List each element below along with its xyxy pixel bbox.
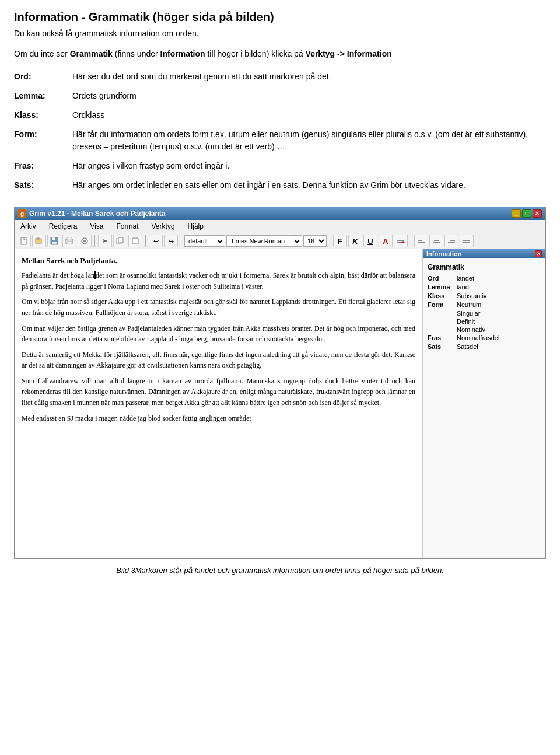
separator-3 [181,235,181,247]
preview-button[interactable] [78,235,92,247]
italic-button[interactable]: K [348,235,362,247]
label-fras: Fras: [14,158,72,177]
document-title: Mellan Sarek och Padjelanta. [22,255,415,267]
gram-row-ord: Ord landet [428,275,541,282]
info-panel-titlebar: Information ✕ [423,249,545,258]
svg-rect-24 [433,242,440,243]
bold-button[interactable]: F [333,235,347,247]
gram-row-lemma: Lemma land [428,284,541,291]
image-caption: Bild 3Markören står på landet och gramma… [14,566,546,575]
font-face-select[interactable]: Times New Roman [226,235,302,247]
align-right-button[interactable] [444,235,459,247]
row-form: Form: Här får du information om ordets f… [14,126,546,158]
cut-button[interactable]: ✂ [98,235,112,247]
doc-para-6: Med endasst en SJ macka i magen nådde ja… [22,413,415,424]
gram-label-lemma: Lemma [428,284,457,291]
gram-value-fras: Nominalfrasdel [457,334,541,341]
svg-rect-16 [397,240,404,241]
bold-grammatik: Grammatik [70,49,113,58]
close-button[interactable]: ✕ [533,209,542,218]
document-editor[interactable]: Mellan Sarek och Padjelanta. Padjelanta … [15,249,423,558]
separator-5 [411,235,411,247]
copy-button[interactable] [113,235,127,247]
window-title: Grim v1.21 - Mellan Sarek och Padjelanta [29,209,165,218]
gram-sub-singular: Singular [457,310,541,317]
gram-value-lemma: land [457,284,541,291]
value-fras: Här anges i vilken frastyp som ordet ing… [72,158,546,177]
value-ord: Här ser du det ord som du markerat genom… [72,68,546,88]
svg-rect-14 [132,239,138,244]
svg-rect-26 [450,240,455,241]
maximize-button[interactable]: □ [522,209,531,218]
row-fras: Fras: Här anges i vilken frastyp som ord… [14,158,546,177]
svg-rect-5 [52,242,57,244]
font-size-select[interactable]: 16 [303,235,327,247]
paste-button[interactable] [128,235,142,247]
menu-verktyg[interactable]: Verktyg [148,221,178,232]
info-table: Ord: Här ser du det ord som du markerat … [14,68,546,196]
gram-label-ord: Ord [428,275,457,282]
svg-rect-25 [448,239,455,239]
editor-area: Mellan Sarek och Padjelanta. Padjelanta … [15,249,545,558]
gram-value-sats: Satsdel [457,343,541,350]
separator-2 [145,235,146,247]
label-ord: Ord: [14,68,72,88]
menu-hjalp[interactable]: Hjälp [184,221,207,232]
svg-rect-8 [67,242,72,244]
svg-rect-15 [397,239,404,239]
svg-rect-7 [67,237,72,240]
redo-button[interactable]: ↪ [164,235,178,247]
undo-button[interactable]: ↩ [149,235,163,247]
gram-label-sats: Sats [428,343,457,350]
gram-sub-nominativ: Nominativ [457,326,541,333]
svg-rect-20 [418,240,422,241]
para2: Om du inte ser Grammatik (finns under In… [14,48,546,60]
font-color-button[interactable]: A [379,235,393,247]
minimize-button[interactable]: _ [512,209,521,218]
grammatik-title: Grammatik [428,263,541,271]
svg-rect-2 [37,238,39,239]
gram-label-klass: Klass [428,292,457,299]
gram-row-klass: Klass Substantiv [428,292,541,299]
menu-format[interactable]: Format [113,221,142,232]
svg-point-10 [83,240,86,242]
doc-para-3: Om man väljer den östliga grenen av Padj… [22,323,415,345]
save-button[interactable] [47,235,61,247]
application-window: g Grim v1.21 - Mellan Sarek och Padjelan… [14,207,546,559]
svg-rect-30 [463,242,470,243]
window-titlebar: g Grim v1.21 - Mellan Sarek och Padjelan… [15,207,545,220]
underline-button[interactable]: U [363,235,377,247]
app-icon: g [18,209,26,218]
print-button[interactable] [62,235,76,247]
menu-redigera[interactable]: Redigera [46,221,81,232]
row-ord: Ord: Här ser du det ord som du markerat … [14,68,546,88]
justify-button[interactable] [460,235,474,247]
new-button[interactable] [17,235,31,247]
menubar: Arkiv Redigera Visa Format Verktyg Hjälp [15,220,545,233]
font-style-select[interactable]: default [184,235,225,247]
info-panel-title: Information [426,250,462,257]
svg-rect-19 [418,239,425,239]
menu-arkiv[interactable]: Arkiv [17,221,40,232]
format-button[interactable] [394,235,408,247]
menu-visa[interactable]: Visa [86,221,107,232]
value-sats: Här anges om ordet inleder en sats eller… [72,177,546,196]
svg-rect-21 [418,242,425,243]
gram-value-ord: landet [457,275,541,282]
doc-para-5: Som fjällvandrarew vill man alltid längr… [22,376,415,408]
info-panel-close[interactable]: ✕ [535,250,542,257]
align-center-button[interactable] [429,235,443,247]
information-panel: Information ✕ Grammatik Ord landet Lemma… [423,249,545,558]
label-form: Form: [14,126,72,158]
separator-4 [330,235,330,247]
bold-verktyg: Verktyg -> Information [306,49,392,58]
open-button[interactable] [32,235,46,247]
info-panel-controls[interactable]: ✕ [535,250,542,257]
window-controls[interactable]: _ □ ✕ [512,209,542,218]
label-klass: Klass: [14,107,72,126]
svg-rect-12 [118,237,123,243]
doc-para-2: Om vi böjar från norr så stiger Akka upp… [22,296,415,318]
gram-row-form: Form Neutrum [428,301,541,308]
align-left-button[interactable] [414,235,428,247]
svg-rect-22 [433,239,440,239]
